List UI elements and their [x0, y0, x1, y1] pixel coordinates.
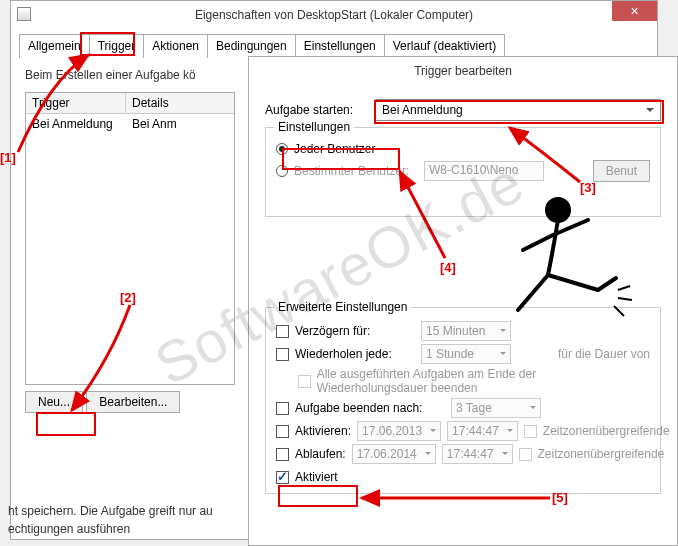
annotation-1: [1]	[0, 150, 16, 165]
annotation-3: [3]	[580, 180, 596, 195]
annotation-4: [4]	[440, 260, 456, 275]
annotation-2: [2]	[120, 290, 136, 305]
annotation-arrows	[0, 0, 678, 546]
annotation-5: [5]	[552, 490, 568, 505]
